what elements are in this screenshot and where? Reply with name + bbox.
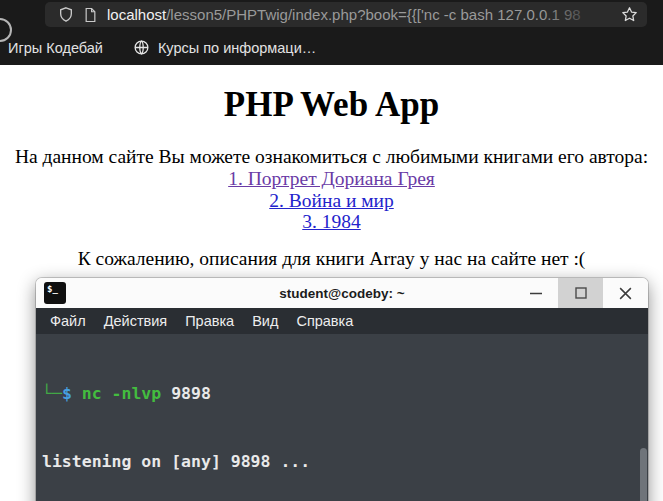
bookmark-label: Игры Кодебай xyxy=(8,40,103,56)
book-link-3[interactable]: 3. 1984 xyxy=(0,211,663,233)
window-controls xyxy=(513,278,648,308)
terminal-app-icon: $_ xyxy=(44,282,66,304)
prompt-arg: 9898 xyxy=(161,384,211,403)
prompt-symbol: $ xyxy=(62,384,72,403)
maximize-button[interactable] xyxy=(558,278,603,308)
globe-icon xyxy=(133,39,150,56)
page-info-icon[interactable] xyxy=(84,7,97,23)
address-bar[interactable]: localhost/lesson5/PHPTwig/index.php?book… xyxy=(45,2,647,27)
page-title: PHP Web App xyxy=(0,85,663,125)
terminal-prompt-line: └─$ nc -nlvp 9898 xyxy=(42,383,648,406)
terminal-titlebar[interactable]: $_ student@codeby: ~ xyxy=(36,278,648,308)
bookmark-item-games[interactable]: Игры Кодебай xyxy=(8,40,103,56)
book-links: 1. Портрет Дориана Грея 2. Война и мир 3… xyxy=(0,168,663,233)
menu-help[interactable]: Справка xyxy=(287,313,362,329)
intro-text: На данном сайте Вы можете ознакомиться с… xyxy=(0,146,663,168)
terminal-scrollbar-thumb[interactable] xyxy=(640,448,647,501)
terminal-output-area[interactable]: └─$ nc -nlvp 9898 listening on [any] 989… xyxy=(36,334,648,501)
bookmark-label: Курсы по информаци… xyxy=(158,40,316,56)
book-link-2[interactable]: 2. Война и мир xyxy=(0,190,663,212)
terminal-menubar: Файл Действия Правка Вид Справка xyxy=(36,308,648,334)
url-host: localhost xyxy=(107,6,166,23)
menu-view[interactable]: Вид xyxy=(243,313,287,329)
menu-actions[interactable]: Действия xyxy=(95,313,177,329)
maximize-icon xyxy=(574,286,588,300)
terminal-window: $_ student@codeby: ~ Файл Действия Пра xyxy=(36,278,648,501)
url-path: /lesson5/PHPTwig/index.php?book={{['nc -… xyxy=(166,6,580,23)
minimize-button[interactable] xyxy=(513,278,558,308)
url-text[interactable]: localhost/lesson5/PHPTwig/index.php?book… xyxy=(107,6,611,23)
bookmark-item-courses[interactable]: Курсы по информаци… xyxy=(133,39,316,56)
shield-icon[interactable] xyxy=(58,6,74,23)
no-description-message: К сожалению, описания для книги Array у … xyxy=(0,248,663,270)
bookmark-star-icon[interactable] xyxy=(621,6,638,23)
prompt-command: nc -nlvp xyxy=(72,384,161,403)
browser-chrome: localhost/lesson5/PHPTwig/index.php?book… xyxy=(0,0,663,65)
book-link-1[interactable]: 1. Портрет Дориана Грея xyxy=(0,168,663,190)
prompt-frame: └─ xyxy=(42,384,62,403)
terminal-line: listening on [any] 9898 ... xyxy=(42,451,648,474)
menu-file[interactable]: Файл xyxy=(41,313,95,329)
bookmarks-bar: Игры Кодебай Курсы по информаци… xyxy=(0,30,663,65)
menu-edit[interactable]: Правка xyxy=(176,313,243,329)
close-icon xyxy=(618,286,633,301)
minimize-icon xyxy=(529,286,543,300)
close-button[interactable] xyxy=(603,278,648,308)
